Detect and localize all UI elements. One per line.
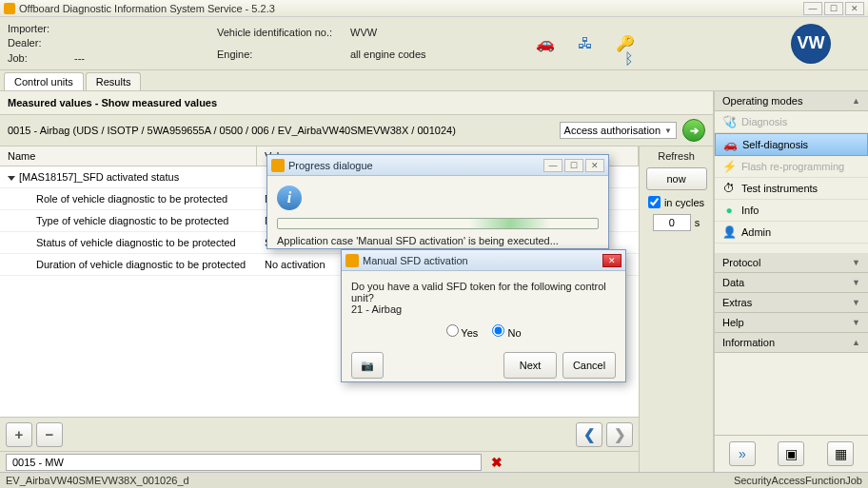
ecu-identifier: 0015 - Airbag (UDS / ISOTP / 5WA959655A … xyxy=(8,125,554,136)
info-icon: ● xyxy=(722,204,736,217)
operating-modes-header[interactable]: Operating modes▲ xyxy=(715,91,868,111)
car-icon[interactable]: 🚗 xyxy=(535,33,556,54)
sfd-unit: 21 - Airbag xyxy=(351,303,402,315)
row-name: Status of vehicle diagnostic to be prote… xyxy=(0,232,257,253)
row-name: Role of vehicle diagnostic to be protect… xyxy=(0,188,257,209)
access-authorisation-combo[interactable]: Access authorisation ▼ xyxy=(560,122,677,139)
mode-admin[interactable]: 👤Admin xyxy=(715,222,868,244)
select-icon-button[interactable]: ▣ xyxy=(778,441,804,466)
progress-dialog: Progress dialogue — ☐ ✕ i Application ca… xyxy=(266,154,609,249)
dealer-label: Dealer: xyxy=(8,37,74,49)
sfd-yes-option[interactable]: Yes xyxy=(446,327,479,339)
delete-icon[interactable]: ✖ xyxy=(491,455,503,470)
chevron-down-icon: ▼ xyxy=(664,127,672,135)
collapse-icon: ▲ xyxy=(852,338,860,347)
dialog-app-icon xyxy=(345,254,359,267)
tab-control-units[interactable]: Control units xyxy=(4,72,84,90)
go-button[interactable]: ➔ xyxy=(682,119,705,142)
tab-bar: Control units Results xyxy=(0,70,868,91)
dialog-app-icon xyxy=(271,159,285,172)
vin-value: WVW xyxy=(350,27,377,38)
tab-results[interactable]: Results xyxy=(86,72,142,90)
footer-right: SecurityAccessFunctionJob xyxy=(734,475,862,486)
grid-icon-button[interactable]: ▦ xyxy=(827,441,854,466)
window-titlebar: Offboard Diagnostic Information System S… xyxy=(0,0,868,17)
data-header[interactable]: Data▼ xyxy=(715,273,868,293)
sfd-dialog: Manual SFD activation ✕ Do you have a va… xyxy=(341,249,626,382)
expand-icon: ▼ xyxy=(852,278,860,287)
diagnosis-icon: 🩺 xyxy=(722,115,736,128)
self-diagnosis-icon: 🚗 xyxy=(723,138,737,151)
sfd-dialog-title: Manual SFD activation xyxy=(363,255,599,266)
forward-icon-button[interactable]: » xyxy=(729,441,756,466)
job-label: Job: xyxy=(8,52,74,64)
importer-label: Importer: xyxy=(8,23,74,34)
protocol-header[interactable]: Protocol▼ xyxy=(715,253,868,273)
mode-info[interactable]: ●Info xyxy=(715,200,868,222)
status-combo[interactable]: 0015 - MW xyxy=(6,454,482,471)
seconds-unit: s xyxy=(695,217,700,228)
close-window-button[interactable]: ✕ xyxy=(845,2,864,15)
progress-close-button[interactable]: ✕ xyxy=(585,159,604,172)
sfd-no-option[interactable]: No xyxy=(492,327,521,339)
access-authorisation-label: Access authorisation xyxy=(564,125,661,136)
progress-maximize-button[interactable]: ☐ xyxy=(564,159,583,172)
minimize-button[interactable]: — xyxy=(803,2,822,15)
engine-label: Engine: xyxy=(217,49,350,60)
next-button[interactable]: Next xyxy=(503,352,557,379)
refresh-label: Refresh xyxy=(658,150,695,162)
add-button[interactable]: + xyxy=(6,422,32,447)
sfd-yes-radio[interactable] xyxy=(446,324,459,337)
caret-down-icon xyxy=(8,176,15,181)
window-title: Offboard Diagnostic Information System S… xyxy=(19,3,803,14)
cancel-button[interactable]: Cancel xyxy=(562,352,616,379)
progress-text: Application case 'Manual SFD activation'… xyxy=(277,235,599,246)
refresh-now-button[interactable]: now xyxy=(646,167,707,190)
maximize-button[interactable]: ☐ xyxy=(824,2,843,15)
header-info: Importer: Dealer: Job:--- Vehicle identi… xyxy=(0,17,868,70)
expand-icon: ▼ xyxy=(852,318,860,327)
mode-flash: ⚡Flash re-programming xyxy=(715,156,868,178)
expand-icon: ▼ xyxy=(852,298,860,307)
remove-button[interactable]: − xyxy=(36,422,63,447)
info-circle-icon: i xyxy=(277,185,302,210)
bluetooth-icon[interactable]: ᛒ xyxy=(619,49,640,69)
cycles-checkbox[interactable] xyxy=(648,196,661,208)
section-title: Measured values - Show measured values xyxy=(0,91,713,115)
screenshot-button[interactable]: 📷 xyxy=(351,352,384,379)
admin-icon: 👤 xyxy=(722,225,736,239)
connection-icon[interactable]: 🖧 xyxy=(575,33,596,54)
mode-self-diagnosis[interactable]: 🚗Self-diagnosis xyxy=(715,133,868,156)
app-icon xyxy=(4,3,15,14)
job-value: --- xyxy=(74,52,85,64)
sfd-no-radio[interactable] xyxy=(492,324,504,337)
engine-value: all engine codes xyxy=(350,49,426,60)
information-header[interactable]: Information▲ xyxy=(715,333,868,353)
progress-minimize-button[interactable]: — xyxy=(543,159,562,172)
row-name: Type of vehicle diagnostic to be protect… xyxy=(0,210,257,231)
cycles-seconds-input[interactable] xyxy=(653,214,691,231)
group-label: [MAS18157]_SFD activated status xyxy=(19,171,179,183)
camera-icon: 📷 xyxy=(361,360,374,372)
progress-dialog-title: Progress dialogue xyxy=(288,160,540,171)
collapse-icon: ▲ xyxy=(852,96,860,106)
next-button[interactable]: ❯ xyxy=(606,422,633,447)
sfd-close-button[interactable]: ✕ xyxy=(602,254,621,267)
mode-test-instruments[interactable]: ⏱Test instruments xyxy=(715,178,868,200)
refresh-panel: Refresh now in cycles s xyxy=(639,146,713,472)
expand-icon: ▼ xyxy=(852,258,860,267)
vin-label: Vehicle identification no.: xyxy=(217,27,350,38)
sfd-question: Do you have a valid SFD token for the fo… xyxy=(351,281,606,303)
progress-bar xyxy=(277,218,599,229)
prev-button[interactable]: ❮ xyxy=(576,422,602,447)
mode-diagnosis: 🩺Diagnosis xyxy=(715,111,868,133)
footer-left: EV_AirbaVW40SMEVW38X_001026_d xyxy=(6,475,189,486)
status-bar: EV_AirbaVW40SMEVW38X_001026_d SecurityAc… xyxy=(0,472,868,488)
flash-icon: ⚡ xyxy=(722,160,736,173)
right-panel: Operating modes▲ 🩺Diagnosis 🚗Self-diagno… xyxy=(714,91,868,472)
help-header[interactable]: Help▼ xyxy=(715,313,868,333)
extras-header[interactable]: Extras▼ xyxy=(715,293,868,313)
gauge-icon: ⏱ xyxy=(722,182,736,195)
column-name-header[interactable]: Name xyxy=(0,146,257,166)
vw-logo: VW xyxy=(791,24,831,64)
